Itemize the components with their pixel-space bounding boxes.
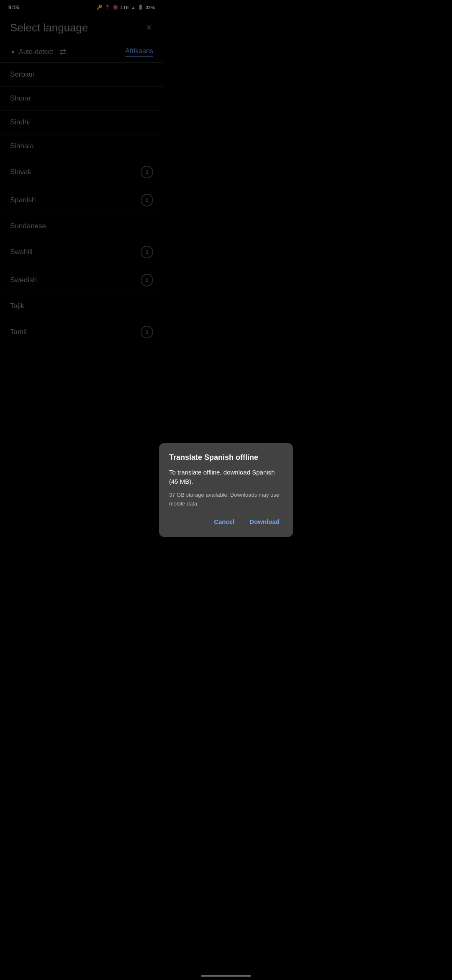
- dialog-overlay: Translate Spanish offline To translate o…: [0, 0, 163, 353]
